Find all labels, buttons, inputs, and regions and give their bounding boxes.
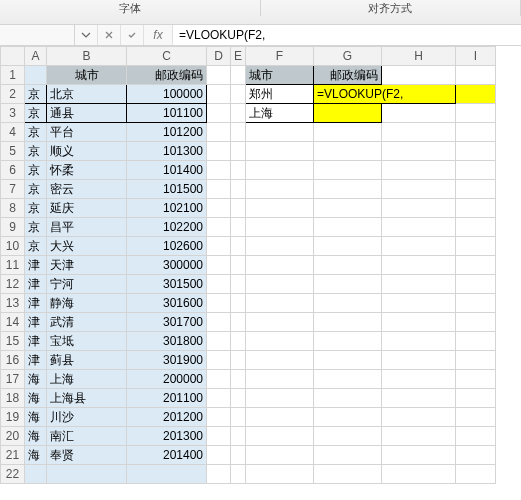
cell[interactable]: 昌平: [47, 218, 127, 237]
col-header[interactable]: F: [246, 47, 314, 66]
row-header[interactable]: 12: [1, 275, 25, 294]
cell[interactable]: 101300: [127, 142, 207, 161]
cell[interactable]: 海: [25, 370, 47, 389]
cell[interactable]: 201200: [127, 408, 207, 427]
cancel-formula-icon[interactable]: [98, 25, 121, 45]
cell[interactable]: [231, 218, 246, 237]
col-header[interactable]: B: [47, 47, 127, 66]
row-header[interactable]: 15: [1, 332, 25, 351]
cell[interactable]: [314, 427, 382, 446]
cell[interactable]: 101200: [127, 123, 207, 142]
cell[interactable]: 201100: [127, 389, 207, 408]
cell[interactable]: 顺义: [47, 142, 127, 161]
cell[interactable]: [456, 161, 496, 180]
row-header[interactable]: 13: [1, 294, 25, 313]
spreadsheet-grid[interactable]: A B C D E F G H I 1 城市 邮政编码 城市 邮政编码 2 京 …: [0, 46, 521, 484]
cell[interactable]: [207, 275, 231, 294]
cell[interactable]: [207, 142, 231, 161]
cell[interactable]: 怀柔: [47, 161, 127, 180]
lookup-header-zip[interactable]: 邮政编码: [314, 66, 382, 85]
cell[interactable]: [207, 66, 231, 85]
cell[interactable]: [314, 313, 382, 332]
cell[interactable]: 京: [25, 218, 47, 237]
cell[interactable]: [231, 446, 246, 465]
cell[interactable]: 京: [25, 104, 47, 123]
cell[interactable]: [207, 199, 231, 218]
cell[interactable]: [127, 465, 207, 484]
cell[interactable]: [456, 218, 496, 237]
cell[interactable]: [246, 408, 314, 427]
cell[interactable]: [231, 85, 246, 104]
cell[interactable]: [231, 465, 246, 484]
cell[interactable]: [231, 142, 246, 161]
cell[interactable]: [231, 313, 246, 332]
cell[interactable]: [314, 256, 382, 275]
cell[interactable]: [231, 104, 246, 123]
cell[interactable]: [456, 104, 496, 123]
row-header[interactable]: 20: [1, 427, 25, 446]
cell[interactable]: [231, 351, 246, 370]
cell[interactable]: [382, 427, 456, 446]
cell[interactable]: [314, 161, 382, 180]
cell[interactable]: 101100: [127, 104, 207, 123]
cell[interactable]: [246, 123, 314, 142]
cell[interactable]: [207, 370, 231, 389]
cell[interactable]: [246, 370, 314, 389]
col-header[interactable]: I: [456, 47, 496, 66]
cell[interactable]: [207, 389, 231, 408]
cell[interactable]: [231, 275, 246, 294]
row-header[interactable]: 7: [1, 180, 25, 199]
cell[interactable]: [456, 256, 496, 275]
cell[interactable]: [231, 123, 246, 142]
cell[interactable]: [207, 313, 231, 332]
name-box[interactable]: [0, 25, 75, 45]
cell[interactable]: [231, 256, 246, 275]
cell[interactable]: 津: [25, 313, 47, 332]
cell[interactable]: 京: [25, 123, 47, 142]
row-header[interactable]: 19: [1, 408, 25, 427]
cell[interactable]: [246, 313, 314, 332]
cell[interactable]: [246, 161, 314, 180]
cell[interactable]: [231, 66, 246, 85]
cell[interactable]: 北京: [47, 85, 127, 104]
cell[interactable]: [231, 294, 246, 313]
cell[interactable]: [382, 256, 456, 275]
cell[interactable]: 密云: [47, 180, 127, 199]
cell[interactable]: [382, 104, 456, 123]
cell[interactable]: [314, 218, 382, 237]
row-header[interactable]: 22: [1, 465, 25, 484]
cell[interactable]: [382, 294, 456, 313]
cell[interactable]: [382, 408, 456, 427]
cell[interactable]: 静海: [47, 294, 127, 313]
cell[interactable]: [231, 199, 246, 218]
col-header[interactable]: A: [25, 47, 47, 66]
cell[interactable]: 京: [25, 180, 47, 199]
cell[interactable]: [382, 66, 456, 85]
cell[interactable]: [207, 237, 231, 256]
cell[interactable]: 300000: [127, 256, 207, 275]
cell[interactable]: [382, 142, 456, 161]
cell[interactable]: [246, 275, 314, 294]
cell[interactable]: [246, 465, 314, 484]
row-header[interactable]: 1: [1, 66, 25, 85]
row-header[interactable]: 3: [1, 104, 25, 123]
cell[interactable]: [456, 446, 496, 465]
cell[interactable]: 102200: [127, 218, 207, 237]
cell[interactable]: [246, 389, 314, 408]
cell[interactable]: [246, 142, 314, 161]
cell[interactable]: [246, 199, 314, 218]
cell[interactable]: [456, 85, 496, 104]
cell[interactable]: [382, 180, 456, 199]
cell[interactable]: 津: [25, 294, 47, 313]
cell[interactable]: 天津: [47, 256, 127, 275]
cell[interactable]: [456, 142, 496, 161]
cell[interactable]: [207, 408, 231, 427]
cell[interactable]: [314, 446, 382, 465]
cell[interactable]: [382, 446, 456, 465]
cell[interactable]: 川沙: [47, 408, 127, 427]
row-header[interactable]: 11: [1, 256, 25, 275]
cell[interactable]: 延庆: [47, 199, 127, 218]
cell[interactable]: [246, 332, 314, 351]
cell[interactable]: [207, 256, 231, 275]
cell[interactable]: 津: [25, 332, 47, 351]
